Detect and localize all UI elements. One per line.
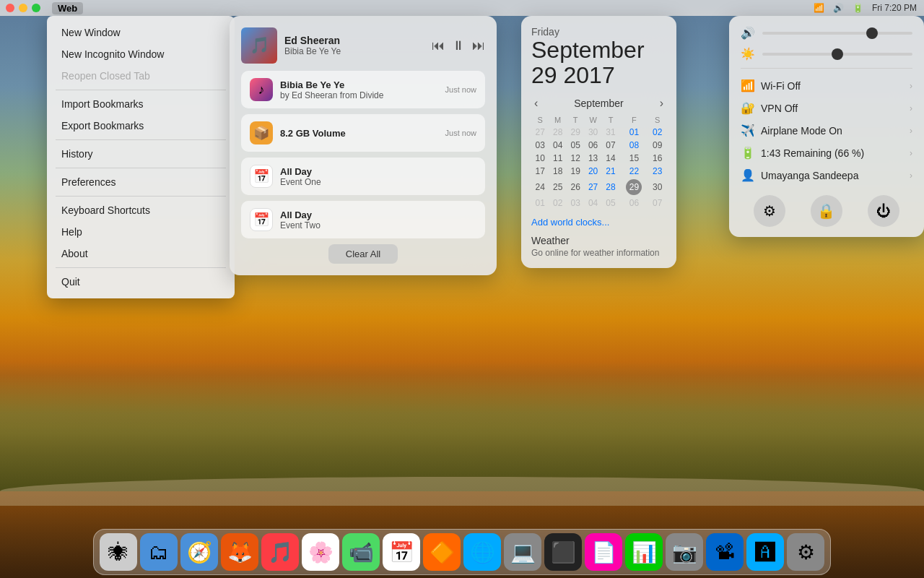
calendar-day-cell[interactable]: 07	[649, 197, 666, 210]
calendar-day-cell[interactable]: 02	[549, 197, 566, 210]
calendar-day-cell[interactable]: 23	[649, 165, 666, 178]
volume-slider[interactable]	[762, 32, 912, 35]
dock-icon-safari[interactable]: 🧭	[180, 533, 218, 571]
calendar-day-cell[interactable]: 11	[549, 152, 566, 165]
calendar-next-button[interactable]: ›	[657, 97, 666, 110]
menu-item-preferences[interactable]: Preferences	[47, 171, 235, 193]
dock-icon-calendar[interactable]: 📅	[383, 533, 420, 571]
cc-item-vpn[interactable]: 🔐 VPN Off ›	[741, 97, 912, 119]
dock-icon-vlc[interactable]: 🔶	[423, 533, 461, 571]
menu-item-history[interactable]: History	[47, 143, 235, 165]
calendar-day-cell[interactable]: 01	[531, 197, 549, 210]
calendar-day-cell[interactable]: 05	[567, 139, 584, 152]
calendar-day-cell[interactable]: 15	[619, 152, 648, 165]
calendar-day-cell[interactable]: 03	[567, 197, 584, 210]
clear-all-button[interactable]: Clear All	[328, 244, 398, 264]
calendar-day-cell[interactable]: 19	[567, 165, 584, 178]
cc-item-icon-battery: 🔋	[741, 146, 761, 160]
traffic-light-red[interactable]	[6, 4, 14, 12]
notification-item-now-playing: ♪ Bibia Be Ye Ye by Ed Sheeran from Divi…	[241, 71, 485, 108]
dock-icon-firefox[interactable]: 🦊	[221, 533, 258, 571]
cc-settings-button[interactable]: ⚙	[754, 195, 785, 227]
cc-item-battery[interactable]: 🔋 1:43 Remaining (66 %) ›	[741, 142, 912, 164]
dock-icon-appstore[interactable]: 🅰	[746, 533, 784, 571]
calendar-day-cell[interactable]: 06	[584, 139, 601, 152]
traffic-light-green[interactable]	[32, 4, 40, 12]
calendar-day-cell[interactable]: 18	[549, 165, 566, 178]
menu-item-quit[interactable]: Quit	[47, 271, 235, 293]
calendar-day-cell[interactable]: 27	[584, 178, 601, 197]
cc-item-airplane[interactable]: ✈️ Airplane Mode On ›	[741, 119, 912, 142]
dock-icon-music[interactable]: 🎵	[261, 533, 299, 571]
cc-item-user[interactable]: 👤 Umayanga Sandeepa ›	[741, 164, 912, 186]
dock-icon-terminal[interactable]: ⬛	[544, 533, 582, 571]
menu-item-export-bookmarks[interactable]: Export Bookmarks	[47, 115, 235, 137]
calendar-day-cell[interactable]: 04	[549, 139, 566, 152]
cc-item-wifi[interactable]: 📶 Wi-Fi Off ›	[741, 74, 912, 97]
calendar-day-cell[interactable]: 20	[584, 165, 601, 178]
calendar-day-cell[interactable]: 05	[602, 197, 619, 210]
dock-icon-finder[interactable]: 🗂	[140, 533, 178, 571]
calendar-day-cell[interactable]: 08	[619, 139, 648, 152]
calendar-day-cell[interactable]: 28	[602, 178, 619, 197]
calendar-day-cell[interactable]: 24	[531, 178, 549, 197]
calendar-day-cell[interactable]: 21	[602, 165, 619, 178]
dock-icon-camera[interactable]: 📷	[666, 533, 703, 571]
calendar-prev-button[interactable]: ‹	[531, 97, 541, 110]
calendar-day-cell[interactable]: 26	[567, 178, 584, 197]
cc-lock-button[interactable]: 🔒	[811, 195, 842, 227]
calendar-day-cell[interactable]: 14	[602, 152, 619, 165]
calendar-header: ‹ September ›	[531, 97, 666, 110]
calendar-day-cell[interactable]: 06	[619, 197, 648, 210]
calendar-day-cell[interactable]: 31	[602, 126, 619, 139]
calendar-day-cell[interactable]: 10	[531, 152, 549, 165]
dock-icon-photos[interactable]: 🌸	[302, 533, 339, 571]
calendar-day-cell[interactable]: 16	[649, 152, 666, 165]
volume-icon: 🔊	[741, 26, 755, 40]
calendar-day-cell[interactable]: 28	[549, 126, 566, 139]
calendar-day-cell[interactable]: 04	[584, 197, 601, 210]
menu-separator	[56, 90, 226, 90]
calendar-day-cell[interactable]: 29	[619, 178, 648, 197]
music-next-button[interactable]: ⏭	[472, 38, 485, 53]
calendar-day-cell[interactable]: 17	[531, 165, 549, 178]
calendar-day-cell[interactable]: 30	[649, 178, 666, 197]
calendar-day-cell[interactable]: 29	[567, 126, 584, 139]
dock-icon-cpu[interactable]: 💻	[504, 533, 541, 571]
calendar-day-cell[interactable]: 12	[567, 152, 584, 165]
music-play-button[interactable]: ⏸	[452, 38, 465, 53]
add-world-clocks-link[interactable]: Add world clocks...	[531, 217, 666, 228]
menu-item-keyboard-shortcuts[interactable]: Keyboard Shortcuts	[47, 199, 235, 221]
calendar-day-cell[interactable]: 03	[531, 139, 549, 152]
menu-item-new-window[interactable]: New Window	[47, 22, 235, 43]
dock-icon-systemprefs[interactable]: ⚙	[787, 533, 824, 571]
calendar-week-row: 01020304050607	[531, 197, 666, 210]
dock-icon-numbers[interactable]: 📊	[625, 533, 663, 571]
calendar-day-cell[interactable]: 02	[649, 126, 666, 139]
menu-item-about[interactable]: About	[47, 243, 235, 264]
calendar-day-cell[interactable]: 13	[584, 152, 601, 165]
music-prev-button[interactable]: ⏮	[432, 38, 445, 53]
calendar-day-cell[interactable]: 07	[602, 139, 619, 152]
dock-icon-facetime[interactable]: 📹	[342, 533, 380, 571]
dock-icon-launchpad[interactable]: 🕷	[100, 533, 137, 571]
calendar-day-cell[interactable]: 25	[549, 178, 566, 197]
calendar-month: September	[574, 98, 623, 109]
calendar-day-cell[interactable]: 30	[584, 126, 601, 139]
cc-power-button[interactable]: ⏻	[868, 195, 899, 227]
dock-icon-browser2[interactable]: 🌐	[463, 533, 501, 571]
dock-icon-keynote[interactable]: 📽	[706, 533, 744, 571]
menubar-app-name[interactable]: Web	[52, 2, 83, 14]
calendar-day-cell[interactable]: 01	[619, 126, 648, 139]
calendar-day-cell[interactable]: 22	[619, 165, 648, 178]
calendar-day-cell[interactable]: 09	[649, 139, 666, 152]
menu-item-help[interactable]: Help	[47, 221, 235, 243]
calendar-day-cell[interactable]: 27	[531, 126, 549, 139]
notif-time-now-playing: Just now	[445, 85, 476, 94]
menu-item-import-bookmarks[interactable]: Import Bookmarks	[47, 93, 235, 115]
music-info: Ed Sheeran Bibia Be Ye Ye	[284, 35, 424, 56]
traffic-light-yellow[interactable]	[19, 4, 27, 12]
dock-icon-pages[interactable]: 📄	[585, 533, 622, 571]
brightness-slider[interactable]	[762, 53, 912, 56]
menu-item-new-incognito[interactable]: New Incognito Window	[47, 43, 235, 65]
